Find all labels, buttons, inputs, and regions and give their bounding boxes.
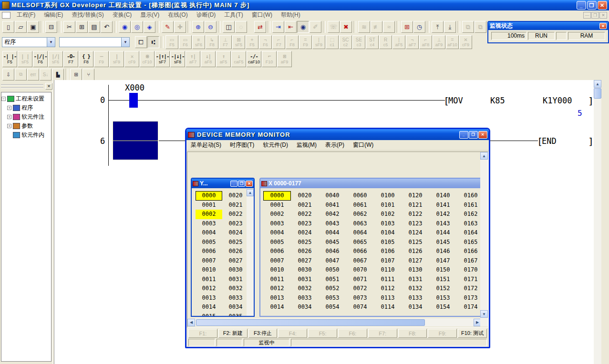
mdi-restore-button[interactable]: ❐	[591, 12, 599, 19]
device-cell[interactable]: 0052	[319, 284, 346, 293]
sfc-symbol-F6-button[interactable]: ¬F6	[259, 35, 272, 49]
cascade-icon[interactable]: ⧉	[15, 69, 27, 81]
device-select[interactable]: ▼	[59, 37, 130, 47]
device-cell[interactable]: 0073	[346, 293, 374, 303]
menu-item[interactable]: 编辑(E)	[40, 10, 67, 20]
device-cell[interactable]: 0070	[346, 265, 374, 275]
tree-item[interactable]: +程序	[1, 103, 51, 112]
scroll-down-icon[interactable]: ▼	[480, 310, 488, 318]
next-window-icon[interactable]: ⧉	[475, 21, 486, 33]
device-batch-icon[interactable]: ⊞	[401, 21, 413, 33]
device-cell[interactable]: 0141	[429, 201, 457, 210]
close-panel-icon[interactable]: ✕	[45, 83, 52, 90]
device-cell[interactable]: 0001	[263, 201, 291, 210]
device-cell[interactable]: 0160	[457, 191, 483, 201]
close-button[interactable]: ✕	[246, 181, 253, 187]
device-cell[interactable]: 0142	[429, 210, 457, 219]
plc-read-icon[interactable]: ☏	[328, 21, 340, 33]
scroll-left-icon[interactable]: ◀	[187, 319, 195, 326]
device-cell[interactable]: 0064	[346, 228, 374, 238]
device-cell[interactable]: 0005	[196, 238, 222, 247]
ladder-symbol-aF8-button[interactable]: ↓|aF8	[201, 51, 216, 67]
device-cell[interactable]: 0023	[222, 219, 249, 229]
function-key-button[interactable]: F4:	[278, 329, 307, 338]
device-cell[interactable]: 0111	[374, 275, 402, 284]
device-cell[interactable]: 0112	[374, 284, 402, 293]
device-cell[interactable]: 0034	[291, 303, 319, 312]
tree-root[interactable]: −工程未设置	[1, 94, 51, 103]
ladder-symbol-aF7-button[interactable]: ↑|aF7	[186, 51, 200, 67]
device-cell[interactable]: 0161	[457, 201, 483, 210]
device-cell[interactable]: 0062	[346, 210, 374, 219]
branch-icon[interactable]: ⑂	[83, 69, 94, 81]
menu-item[interactable]: 变换(C)	[108, 10, 136, 20]
device-cell[interactable]: 0131	[402, 275, 429, 284]
device-cell[interactable]: 0144	[429, 228, 457, 238]
device-cell[interactable]: 0162	[457, 210, 483, 219]
sfc-symbol-aF9-button[interactable]: ⊥aF9	[433, 35, 445, 49]
device-cell[interactable]: 0166	[457, 247, 483, 256]
device-cell[interactable]: 0047	[319, 256, 346, 266]
ladder-symbol-caF10-button[interactable]: -/-caF10	[247, 51, 261, 67]
sfc-symbol-F5-button[interactable]: ▭F5	[165, 35, 178, 49]
prev-window-icon[interactable]: ⧉	[462, 21, 474, 33]
device-cell[interactable]: 0067	[346, 256, 374, 266]
scroll-up-icon[interactable]: ▲	[594, 80, 601, 88]
device-cell[interactable]: 0011	[263, 275, 291, 284]
tree-collapse-icon[interactable]: −	[1, 97, 6, 101]
copy-icon[interactable]: ⊞	[76, 21, 88, 33]
device-cell[interactable]: 0025	[291, 238, 319, 247]
panel-drag-handle[interactable]	[1, 84, 43, 88]
device-cell[interactable]: 0022	[291, 210, 319, 219]
device-cell[interactable]: 0045	[319, 238, 346, 247]
menu-item[interactable]: 在线(O)	[164, 10, 192, 20]
ladder-symbol-sF9-button[interactable]: |sF9	[109, 51, 124, 67]
sfc-symbol-F8-button[interactable]: ↳F8	[206, 35, 218, 49]
tree-item[interactable]: +软元件注	[1, 112, 51, 121]
device-cell[interactable]: 0033	[291, 293, 319, 303]
sfc-symbol-sF6-button[interactable]: ≡sF6	[192, 35, 205, 49]
statement-edit-icon[interactable]: ≢	[371, 21, 382, 33]
partition-icon[interactable]: ▙	[52, 69, 64, 81]
device-cell[interactable]: 0154	[429, 303, 457, 312]
rung0-contact-energized[interactable]	[129, 93, 138, 108]
device-cell[interactable]: 0011	[196, 275, 222, 284]
tree-item[interactable]: +软元件内	[1, 131, 51, 140]
restore-button[interactable]: ❐	[587, 1, 597, 10]
ladder-cursor-block[interactable]	[112, 121, 159, 161]
ladder-symbol-caF5-button[interactable]: ↓caF5	[231, 51, 246, 67]
menu-item[interactable]: 诊断(D)	[192, 10, 220, 20]
device-cell[interactable]: 0032	[222, 284, 249, 293]
mdi-minimize-button[interactable]: —	[583, 12, 591, 19]
function-key-button[interactable]: F2: 新建	[218, 329, 248, 338]
sfc-symbol-aF7-button[interactable]: ¬aF7	[406, 35, 419, 49]
read-mode-icon[interactable]: ⇥	[272, 21, 284, 33]
device-cell[interactable]: 0153	[429, 293, 457, 303]
write-mode-icon[interactable]: ✎	[162, 21, 174, 33]
device-cell[interactable]: 0022	[222, 210, 249, 219]
device-cell[interactable]: 0020	[291, 191, 319, 201]
function-key-button[interactable]: F6:	[338, 329, 367, 338]
device-cell[interactable]: 0121	[402, 201, 429, 210]
device-cell[interactable]: 0051	[319, 275, 346, 284]
device-cell[interactable]: 0114	[374, 303, 402, 312]
device-cell[interactable]: 0031	[291, 275, 319, 284]
device-cell[interactable]: 0010	[263, 265, 291, 275]
step-select-icon[interactable]: S↓	[40, 69, 52, 81]
menu-item[interactable]: 工具(T)	[220, 10, 247, 20]
mdi-vscrollbar[interactable]: ▲ ▼	[480, 152, 488, 326]
jump-top-icon[interactable]: ⤒	[432, 21, 444, 33]
device-cell[interactable]: 0013	[196, 293, 222, 303]
close-button[interactable]: ✕	[598, 1, 607, 10]
device-cell[interactable]: 0053	[319, 293, 346, 303]
menu-item[interactable]: 显示(V)	[136, 10, 164, 20]
menu-item[interactable]: 窗口(W)	[248, 10, 277, 20]
tree-item[interactable]: +参数	[1, 121, 51, 131]
device-cell[interactable]: 0044	[319, 228, 346, 238]
find-device-icon[interactable]: ◈	[144, 21, 155, 33]
menu-item[interactable]: 工程(F)	[12, 10, 40, 20]
chevron-down-icon[interactable]: ▼	[121, 38, 129, 47]
chevron-down-icon[interactable]: ▼	[47, 38, 55, 47]
device-cell[interactable]: 0127	[402, 256, 429, 266]
device-cell[interactable]: 0107	[374, 256, 402, 266]
